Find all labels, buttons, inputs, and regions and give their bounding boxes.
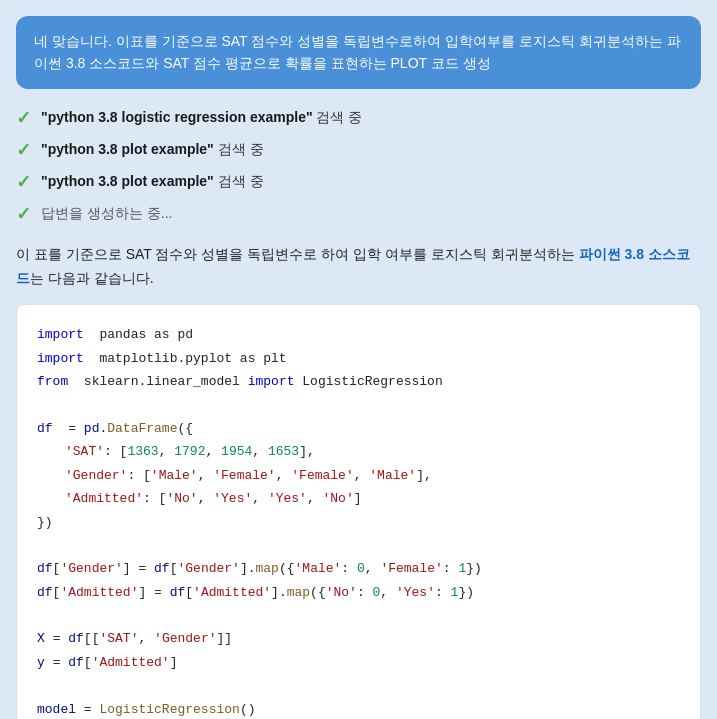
code-line-7: 'Admitted': ['No', 'Yes', 'Yes', 'No'] [37, 487, 680, 510]
search-items-container: ✓ "python 3.8 logistic regression exampl… [16, 107, 701, 193]
blank-2 [37, 534, 680, 557]
chat-bubble-text: 네 맞습니다. 이표를 기준으로 SAT 점수와 성별을 독립변수로하여 입학여… [34, 33, 681, 71]
code-line-5: 'SAT': [1363, 1792, 1954, 1653], [37, 440, 680, 463]
search-item-label-3: "python 3.8 plot example" 검색 중 [41, 173, 264, 191]
check-icon-3: ✓ [16, 171, 31, 193]
check-icon-2: ✓ [16, 139, 31, 161]
code-block: import pandas as pd import matplotlib.py… [16, 304, 701, 719]
code-line-1: import pandas as pd [37, 323, 680, 346]
blank-1 [37, 394, 680, 417]
search-item-1: ✓ "python 3.8 logistic regression exampl… [16, 107, 701, 129]
generating-text: 답변을 생성하는 중... [41, 205, 172, 223]
code-line-10: df['Admitted'] = df['Admitted'].map({'No… [37, 581, 680, 604]
code-line-2: import matplotlib.pyplot as plt [37, 347, 680, 370]
search-item-3: ✓ "python 3.8 plot example" 검색 중 [16, 171, 701, 193]
blank-3 [37, 604, 680, 627]
code-line-9: df['Gender'] = df['Gender'].map({'Male':… [37, 557, 680, 580]
description-text: 이 표를 기준으로 SAT 점수와 성별을 독립변수로 하여 입학 여부를 로지… [16, 243, 701, 291]
search-item-2: ✓ "python 3.8 plot example" 검색 중 [16, 139, 701, 161]
check-icon-4: ✓ [16, 203, 31, 225]
code-line-6: 'Gender': ['Male', 'Female', 'Female', '… [37, 464, 680, 487]
code-line-11: X = df[['SAT', 'Gender']] [37, 627, 680, 650]
code-line-3: from sklearn.linear_model import Logisti… [37, 370, 680, 393]
code-line-4: df = pd.DataFrame({ [37, 417, 680, 440]
check-icon-1: ✓ [16, 107, 31, 129]
search-item-label-1: "python 3.8 logistic regression example"… [41, 109, 362, 127]
blank-4 [37, 674, 680, 697]
code-line-13: model = LogisticRegression() [37, 698, 680, 719]
chat-bubble: 네 맞습니다. 이표를 기준으로 SAT 점수와 성별을 독립변수로하여 입학여… [16, 16, 701, 89]
search-item-label-2: "python 3.8 plot example" 검색 중 [41, 141, 264, 159]
highlight-text: 파이썬 3.8 소스코드 [16, 246, 690, 286]
code-line-8: }) [37, 511, 680, 534]
generating-indicator: ✓ 답변을 생성하는 중... [16, 203, 701, 225]
code-line-12: y = df['Admitted'] [37, 651, 680, 674]
